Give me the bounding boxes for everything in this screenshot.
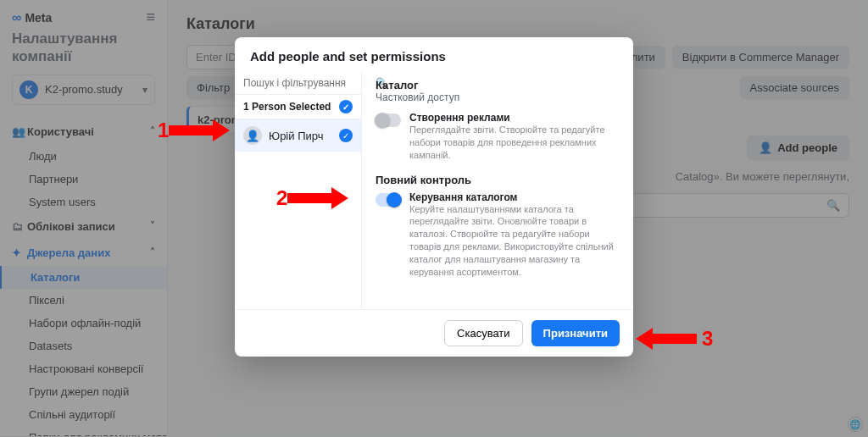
perm-manage-catalog-desc: Керуйте налаштуваннями каталога та перег… bbox=[409, 203, 620, 279]
cancel-button[interactable]: Скасувати bbox=[444, 320, 523, 346]
arrow-right-icon bbox=[169, 119, 230, 141]
toggle-manage-catalog[interactable] bbox=[376, 193, 401, 207]
modal-search-input[interactable] bbox=[243, 77, 370, 89]
person-name: Юрій Пирч bbox=[269, 130, 323, 142]
perm-subheading: Частковий доступ bbox=[376, 91, 620, 103]
arrow-left-icon bbox=[636, 328, 697, 350]
annotation-1: 1 bbox=[158, 119, 230, 142]
perm-create-ads: Створення реклами Переглядайте звіти. Ст… bbox=[376, 112, 620, 162]
selected-count-row: 1 Person Selected ✓ bbox=[235, 94, 361, 119]
perm-heading: Каталог bbox=[376, 79, 620, 91]
selected-count: 1 Person Selected bbox=[243, 101, 331, 113]
perm-manage-catalog: Керування каталогом Керуйте налаштування… bbox=[376, 191, 620, 279]
perm-manage-catalog-title: Керування каталогом bbox=[409, 191, 620, 203]
annotation-3: 3 bbox=[636, 327, 713, 351]
avatar-icon: 👤 bbox=[243, 126, 262, 145]
modal-overlay: Add people and set permissions 🔍 1 Perso… bbox=[0, 0, 868, 437]
arrow-right-icon bbox=[287, 187, 348, 209]
modal-title: Add people and set permissions bbox=[235, 37, 633, 72]
person-row[interactable]: 👤 Юрій Пирч ✓ bbox=[235, 119, 361, 152]
check-icon: ✓ bbox=[339, 100, 353, 113]
toggle-create-ads[interactable] bbox=[376, 113, 401, 127]
assign-button[interactable]: Призначити bbox=[531, 320, 620, 346]
annotation-2: 2 bbox=[276, 186, 348, 210]
check-icon: ✓ bbox=[339, 129, 353, 142]
modal-permissions: Каталог Частковий доступ Створення рекла… bbox=[362, 72, 633, 309]
modal-people-search[interactable]: 🔍 bbox=[235, 72, 361, 94]
perm-create-ads-desc: Переглядайте звіти. Створюйте та редагуй… bbox=[409, 124, 620, 162]
perm-create-ads-title: Створення реклами bbox=[409, 112, 620, 124]
perm-section-full: Повний контроль bbox=[376, 174, 620, 186]
